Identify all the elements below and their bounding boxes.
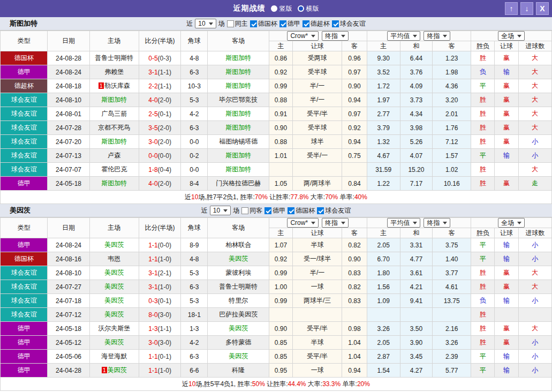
checkbox-icon[interactable] bbox=[241, 207, 248, 214]
checkbox-icon[interactable] bbox=[288, 207, 294, 214]
away-team[interactable]: 美因茨 bbox=[208, 350, 269, 364]
checkbox-icon[interactable] bbox=[317, 207, 324, 214]
home-team[interactable]: 沃尔夫斯堡 bbox=[89, 322, 139, 336]
home-team[interactable]: 普鲁士明斯特 bbox=[89, 51, 139, 65]
layout-radio-vertical[interactable]: 竖版 bbox=[271, 4, 292, 13]
home-team[interactable]: 美因茨 bbox=[89, 336, 139, 350]
home-team[interactable]: 美因茨 bbox=[89, 308, 139, 322]
avg-group-header: 平均值终指 bbox=[367, 218, 471, 228]
matches-count-select[interactable]: 10 bbox=[210, 206, 231, 215]
away-team[interactable]: 斯图加特 bbox=[208, 163, 269, 177]
away-team[interactable]: 斯图加特 bbox=[208, 149, 269, 163]
away-team[interactable]: 美因茨 bbox=[208, 252, 269, 266]
home-team[interactable]: 美因茨 bbox=[89, 280, 139, 294]
home-team[interactable]: 斯图加特 bbox=[89, 93, 139, 107]
match-row[interactable]: 球会友谊 24-07-13 卢森 0-0(0-0) 0-2 斯图加特 1.01 … bbox=[1, 149, 552, 163]
avg-time-select[interactable]: 终指 bbox=[424, 218, 450, 228]
away-team[interactable]: 斯图加特 bbox=[208, 121, 269, 135]
match-row[interactable]: 德甲 24-08-24 弗赖堡 3-1(1-1) 6-3 斯图加特 0.92 受… bbox=[1, 65, 552, 79]
home-team[interactable]: 斯图加特 bbox=[89, 135, 139, 149]
away-team[interactable]: 美因茨 bbox=[208, 322, 269, 336]
league-filter-checkbox[interactable]: 德国杯 bbox=[288, 206, 315, 215]
corner-cell: 0-0 bbox=[181, 163, 208, 177]
radio-icon[interactable] bbox=[298, 5, 304, 12]
odds-source-select[interactable]: Crow* bbox=[287, 31, 319, 41]
scope-select[interactable]: 全场 bbox=[498, 218, 525, 228]
home-team[interactable]: 1勒沃库森 bbox=[89, 79, 139, 93]
checkbox-icon[interactable] bbox=[332, 20, 339, 27]
close-button[interactable]: X bbox=[536, 2, 549, 15]
home-team[interactable]: 美因茨 bbox=[89, 294, 139, 308]
home-team[interactable]: 1美因茨 bbox=[89, 364, 139, 378]
home-team[interactable]: 美因茨 bbox=[89, 238, 139, 252]
match-row[interactable]: 德甲 24-04-28 1美因茨 1-1(1-0) 6-6 科隆 0.95 一球… bbox=[1, 364, 552, 378]
matches-count-select[interactable]: 10 bbox=[195, 19, 216, 28]
match-row[interactable]: 德甲 24-05-18 沃尔夫斯堡 1-3(1-1) 1-3 美因茨 0.90 … bbox=[1, 322, 552, 336]
home-team[interactable]: 弗赖堡 bbox=[89, 65, 139, 79]
match-row[interactable]: 德国杯 24-08-28 普鲁士明斯特 0-5(0-3) 4-8 斯图加特 0.… bbox=[1, 51, 552, 65]
away-team[interactable]: 毕尔巴鄂竞技 bbox=[208, 93, 269, 107]
away-team[interactable]: 巴萨拉美因茨 bbox=[208, 308, 269, 322]
away-team[interactable]: 柏林联合 bbox=[208, 238, 269, 252]
same-venue-checkbox[interactable]: 同客 bbox=[241, 206, 262, 215]
match-row[interactable]: 球会友谊 24-08-10 美因茨 3-1(2-1) 5-3 蒙彼利埃 0.99… bbox=[1, 266, 552, 280]
avg-time-select[interactable]: 终指 bbox=[424, 31, 450, 41]
home-team[interactable]: 海登海默 bbox=[89, 350, 139, 364]
move-down-button[interactable]: ↓ bbox=[520, 2, 533, 15]
match-row[interactable]: 球会友谊 24-07-12 美因茨 8-0(3-0) 18-1 巴萨拉美因茨 胜 bbox=[1, 308, 552, 322]
scope-select[interactable]: 全场 bbox=[498, 31, 525, 41]
match-row[interactable]: 球会友谊 24-07-07 霍伦巴克 1-8(0-4) 0-0 斯图加特 31.… bbox=[1, 163, 552, 177]
move-up-button[interactable]: ↑ bbox=[505, 2, 518, 15]
checkbox-icon[interactable] bbox=[227, 20, 234, 27]
away-team[interactable]: 斯图加特 bbox=[208, 79, 269, 93]
home-team[interactable]: 卢森 bbox=[89, 149, 139, 163]
odds-source-select[interactable]: Crow* bbox=[287, 218, 319, 228]
match-row[interactable]: 德国杯 24-08-16 韦恩 1-1(1-0) 4-8 美因茨 0.92 受一… bbox=[1, 252, 552, 266]
away-team[interactable]: 普鲁士明斯特 bbox=[208, 280, 269, 294]
average-select[interactable]: 平均值 bbox=[387, 31, 420, 41]
odds-time-select[interactable]: 终指 bbox=[322, 218, 349, 228]
average-select[interactable]: 平均值 bbox=[387, 218, 420, 228]
away-team[interactable]: 斯图加特 bbox=[208, 65, 269, 79]
match-row[interactable]: 德甲 24-05-12 美因茨 3-0(3-0) 4-2 多特蒙德 0.85 半… bbox=[1, 336, 552, 350]
home-team[interactable]: 霍伦巴克 bbox=[89, 163, 139, 177]
match-row[interactable]: 球会友谊 24-07-27 美因茨 3-1(1-0) 6-3 普鲁士明斯特 1.… bbox=[1, 280, 552, 294]
match-row[interactable]: 德甲 24-08-24 美因茨 1-1(0-0) 8-9 柏林联合 1.07 半… bbox=[1, 238, 552, 252]
away-team[interactable]: 福图纳锡塔德 bbox=[208, 135, 269, 149]
layout-radio-horizontal[interactable]: 横版 bbox=[298, 4, 319, 13]
league-filter-checkbox[interactable]: 球会友谊 bbox=[332, 19, 366, 28]
odds-home: 0.99 bbox=[269, 79, 292, 93]
home-team[interactable]: 美因茨 bbox=[89, 266, 139, 280]
match-row[interactable]: 球会友谊 24-07-28 京都不死鸟 3-5(2-0) 6-3 斯图加特 0.… bbox=[1, 121, 552, 135]
league-filter-checkbox[interactable]: 球会友谊 bbox=[317, 206, 351, 215]
away-team[interactable]: 斯图加特 bbox=[208, 51, 269, 65]
match-row[interactable]: 球会友谊 24-07-20 斯图加特 3-0(2-0) 0-0 福图纳锡塔德 0… bbox=[1, 135, 552, 149]
same-venue-checkbox[interactable]: 同主 bbox=[227, 19, 248, 28]
league-filter-checkbox[interactable]: 德甲 bbox=[264, 206, 285, 215]
league-filter-checkbox[interactable]: 德超杯 bbox=[303, 19, 330, 28]
checkbox-icon[interactable] bbox=[303, 20, 309, 27]
home-team[interactable]: 韦恩 bbox=[89, 252, 139, 266]
away-team[interactable]: 门兴格拉德巴赫 bbox=[208, 177, 269, 191]
checkbox-icon[interactable] bbox=[250, 20, 257, 27]
home-team[interactable]: 京都不死鸟 bbox=[89, 121, 139, 135]
league-filter-checkbox[interactable]: 德甲 bbox=[279, 19, 300, 28]
away-team[interactable]: 特里尔 bbox=[208, 294, 269, 308]
home-team[interactable]: 斯图加特 bbox=[89, 177, 139, 191]
radio-icon[interactable] bbox=[271, 5, 277, 12]
match-row[interactable]: 德超杯 24-08-18 1勒沃库森 2-2(1-1) 10-3 斯图加特 0.… bbox=[1, 79, 552, 93]
match-row[interactable]: 球会友谊 24-08-10 斯图加特 4-0(2-0) 5-3 毕尔巴鄂竞技 0… bbox=[1, 93, 552, 107]
checkbox-icon[interactable] bbox=[264, 207, 271, 214]
match-row[interactable]: 德甲 24-05-18 斯图加特 4-0(2-0) 8-4 门兴格拉德巴赫 1.… bbox=[1, 177, 552, 191]
match-row[interactable]: 德甲 24-05-06 海登海默 1-1(0-1) 6-3 美因茨 0.85 受… bbox=[1, 350, 552, 364]
away-team[interactable]: 科隆 bbox=[208, 364, 269, 378]
odds-time-select[interactable]: 终指 bbox=[322, 31, 349, 41]
league-filter-checkbox[interactable]: 德国杯 bbox=[250, 19, 277, 28]
match-row[interactable]: 球会友谊 24-08-01 广岛三箭 2-5(0-1) 4-2 斯图加特 0.9… bbox=[1, 107, 552, 121]
away-team[interactable]: 多特蒙德 bbox=[208, 336, 269, 350]
away-team[interactable]: 斯图加特 bbox=[208, 107, 269, 121]
checkbox-icon[interactable] bbox=[279, 20, 286, 27]
home-team[interactable]: 广岛三箭 bbox=[89, 107, 139, 121]
match-row[interactable]: 球会友谊 24-07-18 美因茨 0-3(0-1) 5-3 特里尔 0.99 … bbox=[1, 294, 552, 308]
away-team[interactable]: 蒙彼利埃 bbox=[208, 266, 269, 280]
